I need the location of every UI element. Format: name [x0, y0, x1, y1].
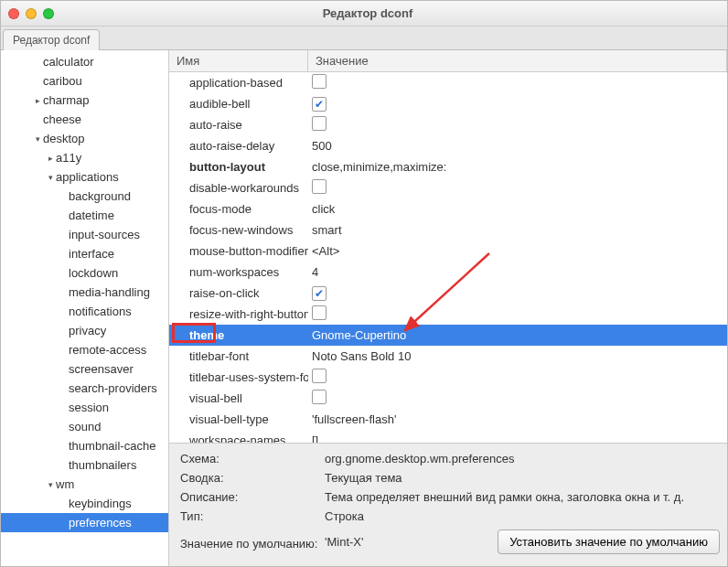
- setting-name: visual-bell: [169, 391, 308, 405]
- tree-label: cheese: [43, 112, 81, 126]
- tree-label: media-handling: [69, 285, 150, 299]
- tree-item-desktop[interactable]: ▾desktop: [1, 129, 168, 148]
- tree-item-notifications[interactable]: notifications: [1, 302, 168, 321]
- window-title: Редактор dconf: [16, 6, 720, 20]
- tree-item-applications[interactable]: ▾applications: [1, 167, 168, 187]
- expand-icon[interactable]: ▾: [45, 173, 56, 182]
- setting-row-raise-on-click[interactable]: raise-on-click: [169, 283, 727, 304]
- setting-row-theme[interactable]: themeGnome-Cupertino: [169, 325, 727, 346]
- tree-item-thumbnailers[interactable]: thumbnailers: [1, 455, 168, 475]
- setting-value: 500: [308, 139, 727, 153]
- tree-label: background: [69, 189, 131, 203]
- tree-label: session: [69, 401, 109, 414]
- reset-default-button[interactable]: Установить значение по умолчанию: [498, 530, 720, 554]
- tree-item-remote-access[interactable]: remote-access: [1, 340, 168, 359]
- setting-row-disable-workarounds[interactable]: disable-workarounds: [169, 177, 727, 198]
- tree-item-background[interactable]: background: [1, 187, 168, 206]
- summary-value: Текущая тема: [325, 471, 720, 485]
- setting-row-auto-raise-delay[interactable]: auto-raise-delay500: [169, 135, 727, 156]
- setting-row-focus-new-windows[interactable]: focus-new-windowssmart: [169, 219, 727, 241]
- setting-row-resize-with-right-button[interactable]: resize-with-right-button: [169, 304, 727, 325]
- column-name[interactable]: Имя: [169, 50, 308, 71]
- app-window: Редактор dconf Редактор dconf calculator…: [0, 0, 728, 567]
- tree-label: screensaver: [69, 362, 134, 376]
- checkbox[interactable]: [312, 97, 327, 112]
- tree-item-keybindings[interactable]: keybindings: [1, 494, 168, 513]
- setting-name: theme: [169, 328, 308, 342]
- checkbox[interactable]: [312, 74, 327, 89]
- tree-item-caribou[interactable]: caribou: [1, 71, 168, 91]
- setting-name: visual-bell-type: [169, 412, 308, 426]
- tree-item-wm[interactable]: ▾wm: [1, 475, 168, 494]
- settings-list[interactable]: application-basedaudible-bellauto-raisea…: [169, 72, 727, 443]
- main-panel: Имя Значение application-basedaudible-be…: [169, 50, 727, 566]
- setting-name: auto-raise-delay: [169, 139, 308, 153]
- tree-item-datetime[interactable]: datetime: [1, 206, 168, 225]
- tab-dconf[interactable]: Редактор dconf: [3, 29, 100, 50]
- setting-value: [308, 179, 727, 197]
- setting-row-titlebar-uses-system-font[interactable]: titlebar-uses-system-font: [169, 367, 727, 388]
- type-label: Тип:: [177, 509, 325, 523]
- setting-row-mouse-button-modifier[interactable]: mouse-button-modifier<Alt>: [169, 241, 727, 262]
- tree-label: search-providers: [69, 381, 157, 395]
- setting-row-titlebar-font[interactable]: titlebar-fontNoto Sans Bold 10: [169, 346, 727, 367]
- tree-item-calculator[interactable]: calculator: [1, 52, 168, 71]
- tree-item-lockdown[interactable]: lockdown: [1, 263, 168, 283]
- checkbox[interactable]: [312, 369, 327, 383]
- setting-value: [308, 286, 727, 301]
- schema-label: Схема:: [177, 452, 325, 465]
- setting-row-button-layout[interactable]: button-layoutclose,minimize,maximize:: [169, 156, 727, 177]
- tree-item-a11y[interactable]: ▸a11y: [1, 148, 168, 167]
- tree-item-thumbnail-cache[interactable]: thumbnail-cache: [1, 436, 168, 455]
- tree-item-search-providers[interactable]: search-providers: [1, 379, 168, 398]
- setting-name: audible-bell: [169, 97, 308, 111]
- expand-icon[interactable]: ▾: [32, 134, 43, 144]
- expand-icon[interactable]: ▾: [45, 480, 56, 489]
- tree-label: input-sources: [69, 228, 140, 241]
- tree-item-input-sources[interactable]: input-sources: [1, 225, 168, 244]
- content-area: calculatorcaribou▸charmapcheese▾desktop▸…: [1, 50, 727, 566]
- setting-name: resize-with-right-button: [169, 307, 308, 321]
- setting-row-application-based[interactable]: application-based: [169, 72, 727, 93]
- setting-row-workspace-names[interactable]: workspace-names[]: [169, 430, 727, 443]
- checkbox[interactable]: [312, 179, 327, 194]
- tree-item-session[interactable]: session: [1, 398, 168, 417]
- summary-label: Сводка:: [177, 471, 325, 485]
- setting-value: Noto Sans Bold 10: [308, 349, 727, 363]
- tab-bar: Редактор dconf: [1, 27, 727, 50]
- tree-sidebar[interactable]: calculatorcaribou▸charmapcheese▾desktop▸…: [1, 50, 169, 566]
- checkbox[interactable]: [312, 305, 327, 320]
- expand-icon[interactable]: ▸: [45, 154, 56, 163]
- tree-label: remote-access: [69, 343, 146, 357]
- setting-name: raise-on-click: [169, 286, 308, 300]
- setting-value: []: [308, 433, 727, 443]
- tree-item-privacy[interactable]: privacy: [1, 321, 168, 340]
- tree-item-charmap[interactable]: ▸charmap: [1, 91, 168, 110]
- setting-row-focus-mode[interactable]: focus-modeclick: [169, 198, 727, 219]
- tree-item-screensaver[interactable]: screensaver: [1, 359, 168, 379]
- tree-item-sound[interactable]: sound: [1, 417, 168, 436]
- setting-row-audible-bell[interactable]: audible-bell: [169, 93, 727, 114]
- tree-label: thumbnail-cache: [69, 439, 155, 453]
- tree-item-preferences[interactable]: preferences: [1, 513, 168, 532]
- setting-row-visual-bell-type[interactable]: visual-bell-type'fullscreen-flash': [169, 409, 727, 430]
- setting-row-num-workspaces[interactable]: num-workspaces4: [169, 262, 727, 283]
- tree-label: datetime: [69, 209, 114, 222]
- column-headers: Имя Значение: [169, 50, 727, 72]
- setting-row-visual-bell[interactable]: visual-bell: [169, 388, 727, 409]
- checkbox[interactable]: [312, 116, 327, 131]
- tree-item-media-handling[interactable]: media-handling: [1, 283, 168, 302]
- setting-name: focus-mode: [169, 202, 308, 216]
- column-value[interactable]: Значение: [308, 50, 727, 71]
- checkbox[interactable]: [312, 286, 327, 301]
- setting-row-auto-raise[interactable]: auto-raise: [169, 114, 727, 135]
- schema-value: org.gnome.desktop.wm.preferences: [325, 452, 720, 465]
- expand-icon[interactable]: ▸: [32, 96, 43, 105]
- setting-value: [308, 116, 727, 134]
- tree-label: sound: [69, 420, 101, 433]
- checkbox[interactable]: [312, 390, 327, 404]
- tree-item-interface[interactable]: interface: [1, 244, 168, 263]
- tree-label: charmap: [43, 93, 90, 107]
- details-panel: Схема:org.gnome.desktop.wm.preferences С…: [169, 443, 727, 566]
- tree-item-cheese[interactable]: cheese: [1, 110, 168, 129]
